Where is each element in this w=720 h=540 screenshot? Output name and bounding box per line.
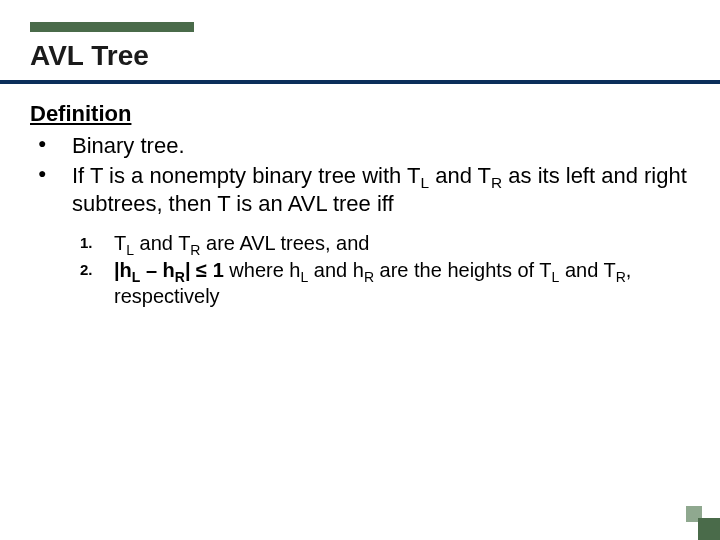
slide: AVL Tree Definition Binary tree. If T is… [0, 0, 720, 540]
subscript-R: R [491, 175, 502, 192]
bullet-list: Binary tree. If T is a nonempty binary t… [30, 132, 694, 218]
list-text: T [114, 232, 126, 254]
subscript-R: R [190, 242, 200, 258]
list-text: and T [134, 232, 190, 254]
numbered-item-1: 1. TL and TR are AVL trees, and [80, 231, 694, 257]
subscript-R: R [616, 269, 626, 285]
bullet-text: and T [429, 163, 491, 188]
bullet-text: If T is a nonempty binary tree with T [72, 163, 421, 188]
bullet-item-2: If T is a nonempty binary tree with TL a… [38, 162, 694, 218]
list-text: are the heights of T [374, 259, 552, 281]
bullet-item-1: Binary tree. [38, 132, 694, 160]
list-marker: 1. [80, 233, 93, 252]
list-text: and h [308, 259, 364, 281]
txt: 1 [207, 259, 224, 281]
txt: |h [114, 259, 132, 281]
list-marker: 2. [80, 260, 93, 279]
title-underline [0, 80, 720, 84]
txt: – h [140, 259, 174, 281]
numbered-list: 1. TL and TR are AVL trees, and 2. |hL –… [30, 231, 694, 310]
leq-symbol: ≤ [196, 259, 207, 281]
slide-title: AVL Tree [30, 40, 149, 72]
bullet-text: Binary tree. [72, 133, 185, 158]
numbered-item-2: 2. |hL – hR| ≤ 1 where hL and hR are the… [80, 258, 694, 309]
title-accent-bar [30, 22, 194, 32]
list-text: are AVL trees, and [200, 232, 369, 254]
definition-heading: Definition [30, 100, 694, 128]
txt: | [185, 259, 196, 281]
list-text-bold: |hL – hR| ≤ 1 [114, 259, 224, 281]
corner-decoration [686, 506, 720, 540]
title-row: AVL Tree [0, 22, 720, 70]
subscript-R: R [364, 269, 374, 285]
list-text: where h [224, 259, 301, 281]
list-text: and T [559, 259, 615, 281]
body: Definition Binary tree. If T is a nonemp… [30, 100, 694, 311]
subscript-R: R [175, 269, 185, 285]
subscript-L: L [126, 242, 134, 258]
corner-square-icon [698, 518, 720, 540]
subscript-L: L [421, 175, 430, 192]
